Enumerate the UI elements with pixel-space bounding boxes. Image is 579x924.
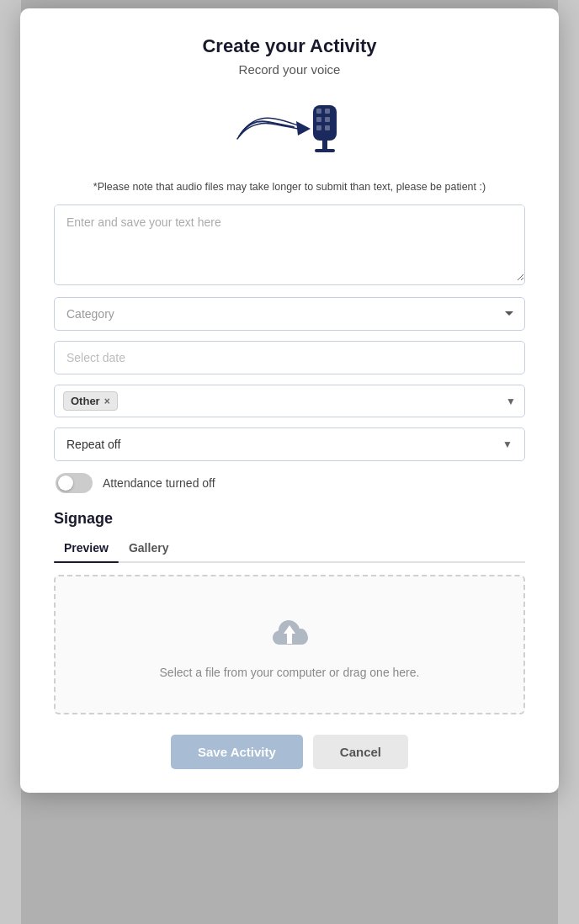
audio-note: *Please note that audio files may take l… bbox=[54, 181, 525, 193]
upload-cloud-icon bbox=[72, 610, 507, 666]
modal-icon-illustration bbox=[54, 90, 525, 169]
tab-preview[interactable]: Preview bbox=[54, 536, 119, 561]
tag-label: Other bbox=[71, 395, 100, 407]
action-buttons: Save Activity Cancel bbox=[54, 735, 525, 769]
attendance-row: Attendance turned off bbox=[54, 473, 525, 493]
svg-rect-2 bbox=[325, 109, 330, 114]
svg-rect-5 bbox=[316, 125, 321, 130]
repeat-label: Repeat off bbox=[66, 438, 120, 451]
cancel-button[interactable]: Cancel bbox=[313, 735, 408, 769]
tag-chevron-icon: ▼ bbox=[506, 396, 516, 407]
tag-remove-icon[interactable]: × bbox=[104, 396, 110, 406]
tag-badge: Other × bbox=[63, 391, 118, 411]
signage-heading: Signage bbox=[54, 510, 525, 528]
create-activity-modal: Create your Activity Record your voice bbox=[20, 8, 559, 793]
svg-rect-4 bbox=[325, 117, 330, 122]
tag-select-left: Other × bbox=[63, 391, 118, 411]
svg-rect-3 bbox=[316, 117, 321, 122]
text-input-wrapper[interactable] bbox=[54, 204, 525, 285]
svg-rect-1 bbox=[316, 109, 321, 114]
category-select[interactable]: Category bbox=[54, 297, 525, 331]
date-input[interactable] bbox=[54, 341, 525, 374]
date-input-wrapper[interactable] bbox=[54, 341, 525, 374]
svg-rect-6 bbox=[325, 125, 330, 130]
activity-text-input[interactable] bbox=[55, 205, 524, 281]
svg-rect-8 bbox=[315, 149, 335, 152]
tab-gallery[interactable]: Gallery bbox=[119, 536, 178, 561]
tag-select[interactable]: Other × ▼ bbox=[54, 385, 525, 417]
modal-title: Create your Activity bbox=[54, 35, 525, 57]
upload-instructions: Select a file from your computer or drag… bbox=[72, 666, 507, 679]
tabs-row: Preview Gallery bbox=[54, 536, 525, 563]
modal-subtitle: Record your voice bbox=[54, 62, 525, 77]
repeat-select[interactable]: Repeat off ▼ bbox=[54, 427, 525, 461]
repeat-chevron-icon: ▼ bbox=[502, 438, 513, 450]
upload-area[interactable]: Select a file from your computer or drag… bbox=[54, 575, 525, 714]
attendance-toggle[interactable] bbox=[56, 473, 93, 493]
attendance-label: Attendance turned off bbox=[103, 476, 215, 490]
toggle-knob bbox=[58, 475, 73, 491]
save-activity-button[interactable]: Save Activity bbox=[171, 735, 303, 769]
